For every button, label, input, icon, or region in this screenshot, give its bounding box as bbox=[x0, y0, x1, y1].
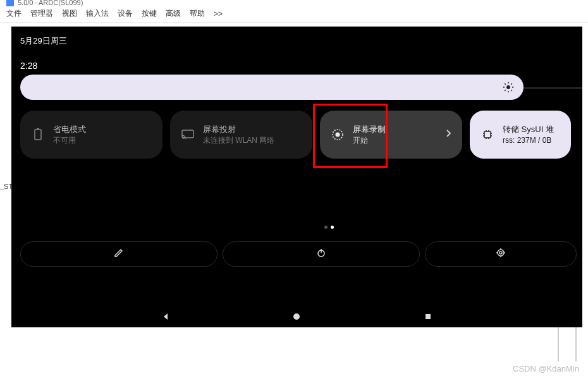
tile-subtitle: rss: 237M / 0B bbox=[503, 135, 554, 146]
gear-icon bbox=[496, 248, 506, 260]
nav-home-icon[interactable] bbox=[292, 312, 301, 324]
svg-point-31 bbox=[293, 313, 300, 320]
brightness-track-overflow bbox=[524, 87, 582, 89]
svg-point-0 bbox=[506, 85, 510, 89]
tile-subtitle: 未连接到 WLAN 网络 bbox=[203, 135, 274, 146]
power-icon bbox=[316, 248, 326, 260]
cast-icon bbox=[181, 128, 194, 141]
menu-bar: 文件 管理器 视图 输入法 设备 按键 高级 帮助 >> bbox=[0, 5, 588, 23]
tile-subtitle: 开始 bbox=[353, 135, 386, 146]
svg-rect-32 bbox=[426, 314, 431, 319]
power-button[interactable] bbox=[223, 241, 420, 267]
menu-keys[interactable]: 按键 bbox=[142, 8, 157, 19]
page-dot[interactable] bbox=[324, 226, 328, 229]
tile-title: 转储 SysUI 堆 bbox=[503, 124, 554, 135]
svg-point-13 bbox=[336, 133, 340, 137]
scroll-indicator bbox=[558, 327, 577, 361]
brightness-slider[interactable] bbox=[20, 75, 524, 100]
tile-battery-saver[interactable]: 省电模式 不可用 bbox=[20, 111, 162, 159]
menu-file[interactable]: 文件 bbox=[6, 8, 21, 19]
battery-icon bbox=[32, 128, 44, 141]
svg-line-7 bbox=[505, 90, 506, 91]
svg-line-8 bbox=[511, 83, 512, 85]
footer-buttons bbox=[20, 241, 577, 267]
edit-button[interactable] bbox=[20, 241, 217, 267]
svg-rect-10 bbox=[37, 128, 39, 130]
tile-cast[interactable]: 屏幕投射 未连接到 WLAN 网络 bbox=[170, 111, 312, 159]
menu-device[interactable]: 设备 bbox=[118, 8, 133, 19]
svg-point-25 bbox=[498, 250, 504, 256]
record-icon bbox=[331, 128, 344, 141]
settings-button[interactable] bbox=[425, 241, 577, 267]
window-title: 5.0/0 · ARDC(SL099) bbox=[18, 0, 83, 6]
page-indicator bbox=[324, 226, 334, 229]
nav-back-icon[interactable] bbox=[161, 312, 170, 324]
app-icon bbox=[6, 0, 14, 6]
menu-more[interactable]: >> bbox=[214, 9, 223, 18]
chevron-right-icon[interactable] bbox=[446, 129, 452, 140]
tile-title: 省电模式 bbox=[53, 124, 86, 135]
tile-subtitle: 不可用 bbox=[53, 135, 86, 146]
svg-point-26 bbox=[499, 252, 502, 254]
tile-title: 屏幕录制 bbox=[353, 124, 386, 135]
quick-settings-tiles: 省电模式 不可用 屏幕投射 未连接到 WLAN 网络 屏幕录制 开始 bbox=[20, 111, 571, 159]
android-nav-bar bbox=[11, 308, 582, 327]
menu-view[interactable]: 视图 bbox=[62, 8, 77, 19]
tile-sysui-dump[interactable]: 转储 SysUI 堆 rss: 237M / 0B bbox=[470, 111, 571, 159]
tile-screen-record[interactable]: 屏幕录制 开始 bbox=[320, 111, 462, 159]
menu-manager[interactable]: 管理器 bbox=[30, 8, 53, 19]
nav-recent-icon[interactable] bbox=[424, 312, 432, 324]
svg-line-3 bbox=[505, 83, 506, 85]
svg-line-4 bbox=[511, 90, 512, 91]
menu-help[interactable]: 帮助 bbox=[190, 8, 205, 19]
svg-rect-9 bbox=[35, 130, 41, 140]
tile-title: 屏幕投射 bbox=[203, 124, 274, 135]
svg-rect-11 bbox=[182, 130, 193, 138]
menu-advanced[interactable]: 高级 bbox=[166, 8, 181, 19]
menu-ime[interactable]: 输入法 bbox=[86, 8, 109, 19]
title-bar: 5.0/0 · ARDC(SL099) bbox=[0, 0, 588, 5]
pencil-icon bbox=[114, 248, 124, 260]
svg-rect-14 bbox=[484, 131, 491, 138]
watermark: CSDN @KdanMin bbox=[513, 364, 579, 373]
date-text: 5月29日周三 bbox=[20, 35, 67, 47]
brightness-icon bbox=[502, 81, 515, 94]
page-dot[interactable] bbox=[331, 226, 334, 229]
time-text: 2:28 bbox=[20, 61, 37, 71]
chip-icon bbox=[481, 128, 494, 141]
emulator-screen: 5月29日周三 2:28 省电模式 不可用 屏幕投射 未连接到 WLAN 网络 bbox=[11, 27, 582, 327]
